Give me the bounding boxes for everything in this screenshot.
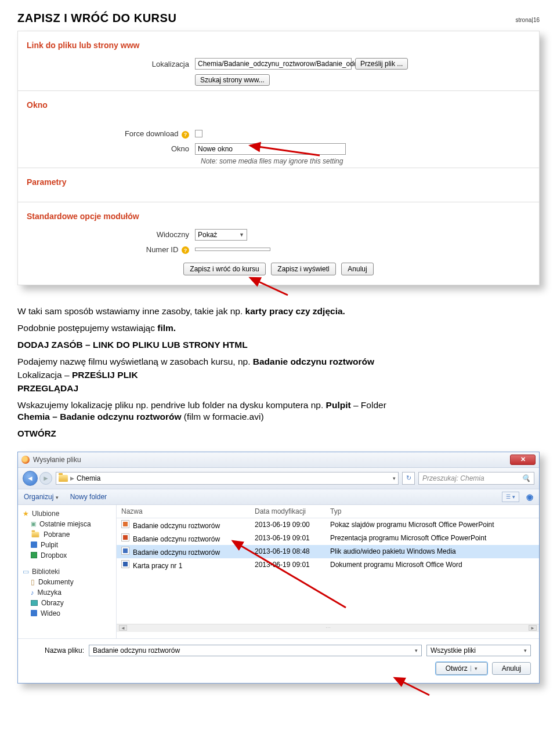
file-type-icon bbox=[121, 547, 129, 555]
sidebar-desktop[interactable]: Pulpit bbox=[23, 540, 111, 550]
filename-label: Nazwa pliku: bbox=[26, 646, 84, 655]
file-type-filter[interactable]: Wszystkie pliki▾ bbox=[426, 645, 531, 656]
cancel-button[interactable]: Anuluj bbox=[492, 662, 531, 675]
desktop-icon bbox=[31, 541, 37, 548]
file-row[interactable]: Karta pracy nr 12013-06-19 09:01Dokument… bbox=[117, 558, 539, 572]
col-header-date[interactable]: Data modyfikacji bbox=[255, 507, 330, 515]
documents-icon: ▯ bbox=[31, 578, 35, 586]
sidebar-recent[interactable]: ▣ Ostatnie miejsca bbox=[23, 519, 111, 529]
help-button[interactable]: ◉ bbox=[526, 492, 533, 501]
sidebar-documents[interactable]: ▯ Dokumenty bbox=[23, 577, 111, 587]
annotation-arrow bbox=[209, 275, 291, 298]
section-link-heading: Link do pliku lub strony www bbox=[27, 41, 530, 50]
svg-line-1 bbox=[250, 278, 288, 295]
page-title: ZAPISZ I WRÓĆ DO KURSU bbox=[17, 12, 176, 25]
svg-line-3 bbox=[395, 678, 429, 695]
number-id-input[interactable] bbox=[195, 248, 270, 251]
label-force-download: Force download ? bbox=[27, 129, 195, 139]
window-note: Note: some media files may ignore this s… bbox=[201, 157, 530, 165]
refresh-button[interactable]: ↻ bbox=[402, 472, 415, 485]
upload-file-button[interactable]: Prześlij plik ... bbox=[355, 58, 408, 70]
sidebar-pictures[interactable]: Obrazy bbox=[23, 598, 111, 608]
cancel-button[interactable]: Anuluj bbox=[341, 263, 373, 275]
moodle-form-screenshot: Link do pliku lub strony www Lokalizacja… bbox=[17, 31, 540, 285]
label-visible: Widoczny bbox=[27, 230, 195, 239]
breadcrumb-bar[interactable]: ▶ Chemia ▾ bbox=[56, 472, 399, 485]
open-button[interactable]: Otwórz▾ bbox=[436, 662, 487, 675]
col-header-name[interactable]: Nazwa bbox=[121, 507, 255, 515]
file-row[interactable]: Badanie odczynu roztworów2013-06-19 09:0… bbox=[117, 532, 539, 545]
document-body: W taki sam sposób wstawiamy inne zasoby,… bbox=[17, 306, 540, 440]
filename-input[interactable]: Badanie odczynu roztworów▾ bbox=[89, 645, 422, 656]
nav-back-button[interactable]: ◄ bbox=[23, 471, 38, 486]
col-header-type[interactable]: Typ bbox=[330, 507, 534, 515]
visible-select[interactable]: Pokaż▼ bbox=[195, 229, 247, 241]
file-type-icon bbox=[121, 520, 129, 528]
section-window-heading: Okno bbox=[27, 100, 530, 110]
sidebar: ★ Ulubione ▣ Ostatnie miejsca Pobrane Pu… bbox=[18, 505, 117, 638]
dialog-title: Wysyłanie pliku bbox=[33, 456, 81, 464]
window-select[interactable]: Nowe okno bbox=[195, 143, 346, 155]
recent-icon: ▣ bbox=[31, 521, 36, 527]
nav-forward-button[interactable]: ► bbox=[39, 472, 52, 485]
view-mode-button[interactable]: ☰ ▾ bbox=[502, 492, 519, 502]
file-type-icon bbox=[121, 560, 129, 568]
libraries-icon: ▭ bbox=[23, 568, 29, 576]
horizontal-scrollbar[interactable]: ◄ ⋯ ► bbox=[117, 624, 539, 632]
sidebar-libraries[interactable]: ▭ Biblioteki bbox=[23, 566, 111, 577]
organize-menu[interactable]: Organizuj ▾ bbox=[24, 493, 59, 501]
annotation-arrow bbox=[334, 675, 432, 698]
sidebar-music[interactable]: ♪ Muzyka bbox=[23, 587, 111, 598]
folder-icon bbox=[59, 475, 68, 482]
search-input[interactable]: Przeszukaj: Chemia 🔍 bbox=[418, 472, 534, 485]
dropbox-icon bbox=[31, 552, 37, 558]
sidebar-downloads[interactable]: Pobrane bbox=[23, 529, 111, 540]
windows-file-dialog: Wysyłanie pliku ✕ ◄ ► ▶ Chemia ▾ ↻ Przes… bbox=[17, 452, 540, 684]
music-icon: ♪ bbox=[31, 589, 34, 596]
page-number: strona|16 bbox=[515, 17, 540, 23]
firefox-icon bbox=[21, 456, 30, 464]
file-row[interactable]: Badanie odczynu roztworów2013-06-19 08:4… bbox=[117, 545, 539, 558]
new-folder-button[interactable]: Nowy folder bbox=[70, 493, 107, 501]
search-www-button[interactable]: Szukaj strony www... bbox=[195, 74, 270, 86]
save-display-button[interactable]: Zapisz i wyświetl bbox=[271, 263, 335, 275]
help-icon[interactable]: ? bbox=[182, 246, 189, 254]
section-stdopts-heading: Standardowe opcje modułów bbox=[27, 212, 530, 221]
sidebar-favorites[interactable]: ★ Ulubione bbox=[23, 508, 111, 519]
file-list: Nazwa Data modyfikacji Typ Badanie odczy… bbox=[117, 505, 539, 638]
pictures-icon bbox=[31, 600, 38, 606]
label-number-id: Numer ID ? bbox=[27, 245, 195, 255]
star-icon: ★ bbox=[23, 510, 29, 518]
help-icon[interactable]: ? bbox=[182, 131, 189, 139]
videos-icon bbox=[31, 610, 37, 616]
label-location: Lokalizacja bbox=[27, 60, 195, 68]
label-window: Okno bbox=[27, 144, 195, 153]
save-return-button[interactable]: Zapisz i wróć do kursu bbox=[183, 263, 265, 275]
folder-icon bbox=[32, 532, 39, 537]
sidebar-videos[interactable]: Wideo bbox=[23, 608, 111, 619]
force-download-checkbox[interactable] bbox=[195, 130, 202, 137]
file-type-icon bbox=[121, 533, 129, 541]
section-params-heading: Parametry bbox=[27, 177, 530, 187]
location-input[interactable]: Chemia/Badanie_odczynu_roztworow/Badanie… bbox=[195, 58, 352, 70]
file-row[interactable]: Badanie odczynu roztworów2013-06-19 09:0… bbox=[117, 518, 539, 532]
sidebar-dropbox[interactable]: Dropbox bbox=[23, 550, 111, 561]
close-button[interactable]: ✕ bbox=[510, 455, 536, 465]
